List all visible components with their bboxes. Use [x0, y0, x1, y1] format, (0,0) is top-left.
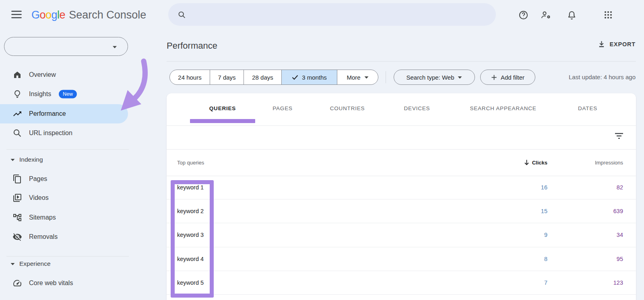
chip-label: More	[347, 74, 360, 81]
date-filter-28-days[interactable]: 28 days	[244, 70, 281, 84]
google-wordmark: Google	[31, 9, 65, 21]
table-row[interactable]: keyword 1 16 82	[167, 176, 636, 199]
logo-letter: o	[40, 9, 46, 21]
global-search-bar[interactable]	[168, 3, 496, 26]
chip-label: 24 hours	[178, 74, 201, 81]
table-row[interactable]: keyword 4 8 95	[167, 247, 636, 271]
query-cell: keyword 3	[177, 232, 204, 238]
app-logo[interactable]: Google Search Console	[31, 8, 146, 22]
new-badge: New	[59, 90, 77, 99]
tab-search-appearance[interactable]: SEARCH APPEARANCE	[470, 93, 536, 123]
date-range-filter-group: 24 hours 7 days 28 days 3 months More	[169, 70, 378, 85]
chevron-down-icon	[112, 45, 117, 49]
export-button[interactable]: EXPORT	[598, 40, 636, 48]
date-filter-24-hours[interactable]: 24 hours	[170, 70, 210, 84]
table-row[interactable]: keyword 2 15 639	[167, 199, 636, 223]
tab-label: DEVICES	[404, 105, 430, 111]
last-update-text: Last update: 4 hours ago	[569, 74, 636, 80]
sidebar-item-label: Insights	[29, 90, 51, 98]
date-filter-more-dropdown[interactable]: More	[337, 70, 378, 84]
tab-devices[interactable]: DEVICES	[404, 93, 430, 123]
clicks-cell: 9	[544, 232, 547, 238]
column-header-impressions[interactable]: Impressions	[595, 160, 623, 166]
query-cell: keyword 4	[177, 256, 204, 262]
tab-label: PAGES	[272, 105, 293, 111]
query-cell: keyword 1	[177, 184, 204, 191]
active-tab-highlight-annotation	[190, 119, 255, 123]
chevron-down-icon	[364, 76, 369, 79]
sidebar-item-url-inspection[interactable]: URL inspection	[0, 123, 128, 143]
column-header-clicks[interactable]: Clicks	[524, 160, 547, 166]
sidebar-item-core-web-vitals[interactable]: Core web vitals	[0, 273, 128, 293]
sidebar-item-insights[interactable]: Insights New	[0, 84, 128, 104]
sidebar-item-videos[interactable]: Videos	[0, 188, 128, 208]
notifications-icon[interactable]	[566, 9, 577, 21]
search-type-dropdown[interactable]: Search type: Web	[394, 70, 475, 85]
sidebar-item-label: Pages	[29, 175, 47, 183]
help-icon[interactable]	[518, 9, 529, 21]
sidebar-section-label: Indexing	[19, 156, 43, 163]
search-input[interactable]	[192, 6, 488, 23]
column-header-top-queries[interactable]: Top queries	[177, 160, 204, 166]
page-title: Performance	[167, 41, 217, 51]
sidebar-item-performance[interactable]: Performance	[0, 104, 128, 123]
sidebar-section-label: Experience	[19, 260, 51, 267]
clicks-cell: 8	[544, 256, 547, 262]
trending-up-icon	[12, 109, 22, 119]
add-filter-label: Add filter	[501, 74, 524, 81]
sidebar-item-removals[interactable]: Removals	[0, 227, 128, 247]
download-icon	[598, 40, 605, 48]
add-filter-button[interactable]: Add filter	[480, 70, 535, 85]
table-row[interactable]: keyword 3 9 34	[167, 223, 636, 247]
logo-letter: G	[31, 9, 40, 21]
eye-off-icon	[12, 232, 22, 242]
filter-icon	[614, 132, 624, 140]
sidebar-section-experience[interactable]: Experience	[0, 254, 128, 273]
tab-pages[interactable]: PAGES	[272, 93, 293, 123]
tab-queries[interactable]: QUERIES	[209, 93, 236, 123]
sidebar-item-label: Videos	[29, 194, 49, 201]
tab-dates[interactable]: DATES	[578, 93, 597, 123]
logo-letter: e	[60, 9, 66, 21]
video-library-icon	[12, 193, 22, 203]
table-filter-button[interactable]	[612, 130, 626, 142]
table-row[interactable]: keyword 5 7 123	[167, 271, 636, 295]
tab-label: COUNTRIES	[330, 105, 365, 111]
lightbulb-icon	[12, 89, 22, 99]
sidebar-item-pages[interactable]: Pages	[0, 169, 128, 189]
divider	[167, 125, 636, 126]
manage-users-icon[interactable]	[541, 9, 552, 21]
sidebar-section-indexing[interactable]: Indexing	[0, 150, 128, 169]
queries-table-body: keyword 1 16 82 keyword 2 15 639 keyword…	[167, 176, 636, 295]
chevron-down-icon	[10, 263, 15, 265]
checkmark-icon	[292, 75, 298, 80]
property-selector[interactable]	[4, 37, 128, 56]
date-filter-3-months-selected[interactable]: 3 months	[281, 70, 337, 84]
sidebar-item-label: URL inspection	[29, 129, 72, 137]
clicks-cell: 16	[541, 184, 547, 191]
performance-report-card: QUERIES PAGES COUNTRIES DEVICES SEARCH A…	[167, 93, 636, 300]
impressions-cell: 123	[613, 279, 623, 286]
sidebar-item-label: Sitemaps	[29, 214, 56, 221]
divider	[167, 61, 636, 62]
sidebar-item-label: Removals	[29, 233, 58, 240]
chip-label: 7 days	[218, 74, 235, 81]
menu-icon[interactable]	[11, 10, 22, 19]
clicks-cell: 15	[541, 208, 547, 214]
impressions-cell: 639	[613, 208, 623, 214]
export-label: EXPORT	[610, 41, 636, 47]
tab-countries[interactable]: COUNTRIES	[330, 93, 365, 123]
tab-label: SEARCH APPEARANCE	[470, 105, 536, 111]
sort-desc-arrow-icon	[524, 160, 529, 166]
chevron-down-icon	[10, 158, 15, 161]
query-cell: keyword 2	[177, 208, 204, 214]
impressions-cell: 82	[617, 184, 623, 191]
logo-letter: g	[52, 9, 58, 21]
table-header-row: Top queries Clicks Impressions	[167, 149, 636, 176]
home-icon	[12, 70, 22, 80]
apps-grid-icon[interactable]	[603, 9, 614, 21]
sidebar-item-sitemaps[interactable]: Sitemaps	[0, 208, 128, 227]
sidebar-item-overview[interactable]: Overview	[0, 65, 128, 84]
date-filter-7-days[interactable]: 7 days	[210, 70, 244, 84]
tab-label: QUERIES	[209, 105, 236, 111]
